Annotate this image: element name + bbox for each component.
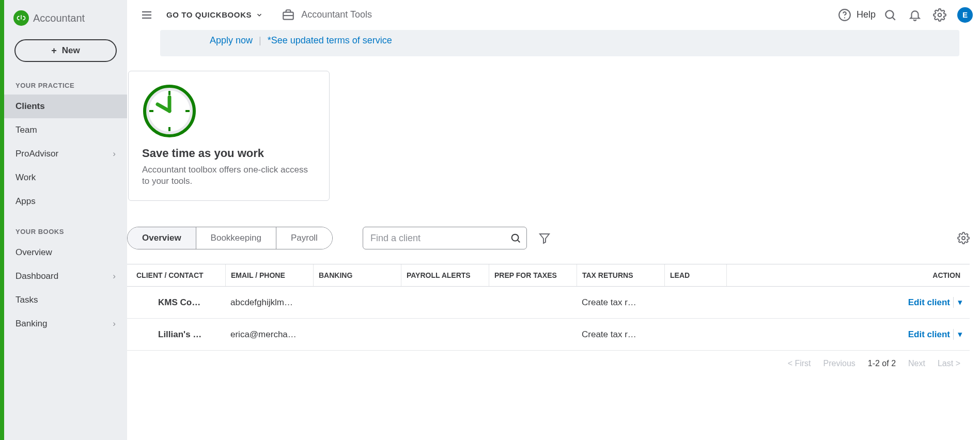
client-search[interactable]	[363, 227, 527, 249]
search-input[interactable]	[370, 233, 510, 244]
cell-client: Lillian's …	[127, 329, 225, 340]
cell-email: abcdefghijklm…	[225, 297, 313, 308]
help-icon	[838, 8, 851, 22]
page-range: 1-2 of 2	[868, 359, 896, 368]
tab-overview[interactable]: Overview	[128, 227, 196, 249]
svg-point-9	[938, 13, 942, 17]
edit-client-link[interactable]: Edit client	[908, 297, 950, 308]
terms-link[interactable]: *See updated terms of service	[268, 35, 392, 46]
sidebar-item-apps[interactable]: Apps	[4, 190, 127, 213]
col-banking[interactable]: BANKING	[313, 264, 401, 286]
clock-icon	[142, 84, 197, 138]
help-label: Help	[857, 9, 876, 20]
divider: |	[259, 35, 261, 46]
sidebar-item-label: Dashboard	[15, 271, 58, 281]
sidebar-item-label: Overview	[15, 247, 52, 258]
sidebar-section-books: YOUR BOOKS	[4, 223, 127, 241]
col-taxreturns[interactable]: TAX RETURNS	[577, 264, 664, 286]
sidebar: Accountant + New YOUR PRACTICE Clients T…	[4, 0, 127, 440]
page-next[interactable]: Next	[908, 359, 925, 368]
cell-tax-returns[interactable]: Create tax r…	[577, 329, 664, 340]
table-settings-button[interactable]	[957, 232, 970, 244]
quickbooks-logo-icon	[13, 10, 29, 26]
avatar-initial: E	[962, 10, 968, 19]
row-action-dropdown[interactable]: ▾	[953, 329, 962, 340]
table-row[interactable]: KMS Co… abcdefghijklm… Create tax r… Edi…	[127, 287, 970, 319]
app-accent-strip	[0, 0, 4, 440]
new-button-label: New	[62, 45, 80, 56]
chevron-right-icon: ›	[113, 319, 116, 329]
table-row[interactable]: Lillian's … erica@mercha… Create tax r… …	[127, 319, 970, 351]
table-header: CLIENT / CONTACT EMAIL / PHONE BANKING P…	[127, 264, 970, 287]
svg-line-20	[518, 240, 520, 242]
edit-client-link[interactable]: Edit client	[908, 329, 950, 340]
accountant-tools-button[interactable]: Accountant Tools	[282, 8, 372, 22]
page-first[interactable]: < First	[788, 359, 811, 368]
svg-line-8	[893, 17, 895, 20]
view-segment: Overview Bookkeeping Payroll	[127, 227, 333, 249]
clients-table: CLIENT / CONTACT EMAIL / PHONE BANKING P…	[127, 264, 970, 351]
chevron-right-icon: ›	[113, 149, 116, 159]
sidebar-item-work[interactable]: Work	[4, 166, 127, 190]
help-button[interactable]: Help	[838, 8, 876, 22]
sidebar-item-label: Clients	[15, 101, 45, 112]
page-prev[interactable]: Previous	[823, 359, 855, 368]
cell-action: Edit client ▾	[726, 297, 970, 308]
col-email[interactable]: EMAIL / PHONE	[225, 264, 313, 286]
settings-gear-icon[interactable]	[929, 5, 950, 25]
apply-now-link[interactable]: Apply now	[210, 35, 253, 46]
col-lead[interactable]: LEAD	[664, 264, 726, 286]
cell-action: Edit client ▾	[726, 329, 970, 340]
col-prep[interactable]: PREP FOR TAXES	[489, 264, 577, 286]
svg-point-6	[844, 17, 845, 18]
go-to-quickbooks-label: GO TO QUICKBOOKS	[166, 10, 252, 19]
pagination: < First Previous 1-2 of 2 Next Last >	[127, 351, 970, 368]
toolbox-card: Save time as you work Accountant toolbox…	[128, 71, 330, 201]
hamburger-menu-icon[interactable]	[136, 5, 157, 25]
sidebar-item-label: Banking	[15, 319, 47, 329]
sidebar-section-practice: YOUR PRACTICE	[4, 76, 127, 95]
sidebar-item-label: Apps	[15, 196, 36, 207]
search-icon	[510, 232, 521, 244]
logo: Accountant	[4, 0, 127, 35]
chevron-down-icon	[256, 11, 263, 19]
sidebar-item-team[interactable]: Team	[4, 118, 127, 142]
gear-icon	[957, 232, 970, 244]
cell-tax-returns[interactable]: Create tax r…	[577, 297, 664, 308]
accountant-tools-label: Accountant Tools	[301, 9, 372, 20]
col-action: ACTION	[726, 264, 970, 286]
promo-banner: Apply now | *See updated terms of servic…	[160, 30, 959, 56]
sidebar-item-label: ProAdvisor	[15, 149, 58, 159]
sidebar-item-label: Team	[15, 125, 37, 135]
user-avatar[interactable]: E	[957, 7, 973, 23]
col-client[interactable]: CLIENT / CONTACT	[127, 271, 225, 279]
topbar: GO TO QUICKBOOKS Accountant Tools Help E	[127, 0, 980, 30]
plus-icon: +	[51, 45, 57, 56]
notifications-icon[interactable]	[905, 5, 925, 25]
sidebar-item-proadvisor[interactable]: ProAdvisor›	[4, 142, 127, 166]
filter-button[interactable]	[538, 232, 551, 244]
tab-payroll[interactable]: Payroll	[276, 227, 332, 249]
sidebar-item-clients[interactable]: Clients	[4, 95, 127, 118]
chevron-right-icon: ›	[113, 271, 116, 281]
search-icon[interactable]	[880, 5, 900, 25]
sidebar-item-label: Work	[15, 172, 36, 183]
svg-point-19	[512, 234, 519, 241]
sidebar-item-tasks[interactable]: Tasks	[4, 288, 127, 312]
new-button[interactable]: + New	[14, 39, 117, 62]
page-last[interactable]: Last >	[938, 359, 960, 368]
briefcase-icon	[282, 8, 295, 22]
go-to-quickbooks-dropdown[interactable]: GO TO QUICKBOOKS	[166, 10, 263, 19]
main-content: GO TO QUICKBOOKS Accountant Tools Help E	[127, 0, 980, 440]
cell-client: KMS Co…	[127, 297, 225, 308]
tab-bookkeeping[interactable]: Bookkeeping	[196, 227, 276, 249]
filter-icon	[538, 232, 551, 244]
col-payroll[interactable]: PAYROLL ALERTS	[401, 264, 489, 286]
cell-email: erica@mercha…	[225, 329, 313, 340]
sidebar-item-overview[interactable]: Overview	[4, 241, 127, 264]
sidebar-item-banking[interactable]: Banking›	[4, 312, 127, 336]
svg-marker-21	[540, 234, 549, 243]
sidebar-item-label: Tasks	[15, 295, 38, 305]
sidebar-item-dashboard[interactable]: Dashboard›	[4, 264, 127, 288]
row-action-dropdown[interactable]: ▾	[953, 297, 962, 308]
